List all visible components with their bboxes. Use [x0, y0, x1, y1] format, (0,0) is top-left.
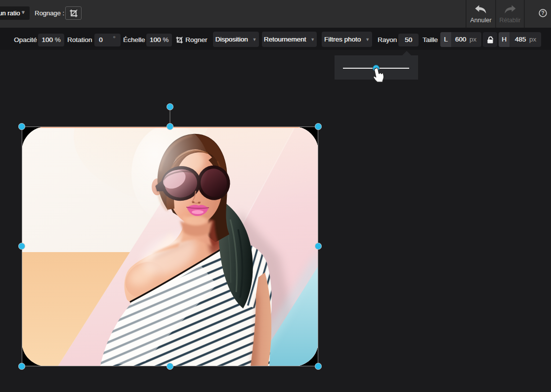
svg-text:?: ? [541, 10, 544, 16]
